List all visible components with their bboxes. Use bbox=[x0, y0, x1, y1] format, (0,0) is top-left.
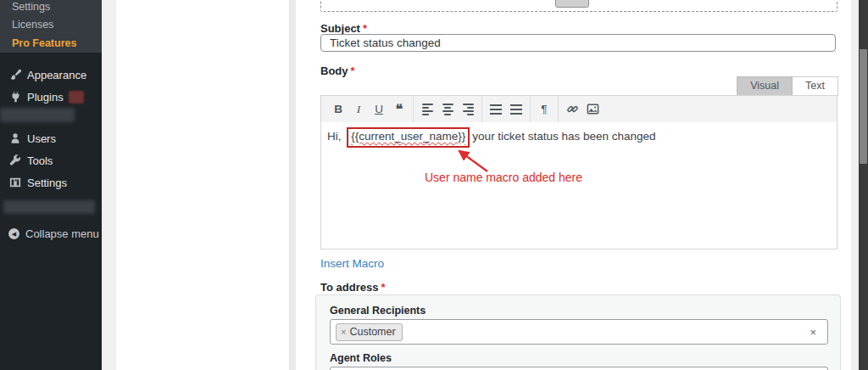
agent-roles-label: Agent Roles bbox=[330, 352, 392, 364]
email-template-form: Subject* Body* Visual Text B I U ❝ ¶ bbox=[296, 0, 851, 370]
general-recipients-select[interactable]: × Customer × bbox=[330, 319, 828, 345]
subject-label: Subject* bbox=[320, 22, 367, 35]
required-asterisk: * bbox=[381, 281, 385, 294]
collapse-menu-button[interactable]: ◀ Collapse menu bbox=[0, 226, 102, 241]
sidebar-item-label: Tools bbox=[27, 154, 53, 167]
required-asterisk: * bbox=[363, 22, 367, 35]
chip-label: Customer bbox=[349, 326, 395, 338]
underline-icon[interactable]: U bbox=[369, 99, 389, 120]
admin-background-strip bbox=[102, 0, 116, 370]
insert-macro-link[interactable]: Insert Macro bbox=[320, 257, 384, 270]
tab-text[interactable]: Text bbox=[793, 76, 838, 96]
numbered-list-icon[interactable] bbox=[506, 99, 526, 120]
sidebar-item-users[interactable]: Users bbox=[0, 131, 102, 146]
italic-icon[interactable]: I bbox=[348, 99, 369, 120]
required-asterisk: * bbox=[351, 64, 355, 77]
general-recipients-label: General Recipients bbox=[330, 305, 426, 317]
bullet-list-icon[interactable] bbox=[486, 99, 506, 120]
macro-token: {{current_user_name}} bbox=[351, 130, 465, 143]
users-icon bbox=[8, 132, 21, 145]
update-count-badge bbox=[69, 91, 84, 104]
plugin-icon bbox=[8, 91, 21, 104]
to-address-label: To address* bbox=[320, 281, 385, 294]
admin-sidebar: Settings Licenses Pro Features Appearanc… bbox=[0, 0, 102, 370]
sidebar-item-appearance[interactable]: Appearance bbox=[0, 67, 102, 82]
plugin-submenu: Settings Licenses Pro Features bbox=[0, 0, 102, 53]
sidebar-item-label: Settings bbox=[27, 177, 67, 189]
to-address-panel: General Recipients × Customer × Agent Ro… bbox=[315, 294, 841, 370]
agent-roles-select[interactable] bbox=[330, 367, 828, 370]
page-scrollbar[interactable] bbox=[859, 0, 868, 370]
annotation-label: User name macro added here bbox=[425, 171, 582, 184]
redacted-menu-item bbox=[0, 108, 75, 122]
image-icon[interactable] bbox=[582, 99, 603, 120]
sidebar-item-label: Plugins bbox=[27, 91, 64, 104]
wrench-icon bbox=[8, 154, 21, 167]
sidebar-item-label: Appearance bbox=[27, 69, 86, 81]
body-text-prefix: Hi, bbox=[327, 130, 344, 143]
editor-toolbar: B I U ❝ ¶ bbox=[320, 95, 837, 123]
collapse-arrow-icon: ◀ bbox=[8, 228, 19, 239]
sliders-icon bbox=[8, 177, 21, 189]
scrollbar-thumb[interactable] bbox=[860, 49, 867, 164]
align-right-icon[interactable] bbox=[458, 99, 478, 120]
settings-left-pane bbox=[116, 0, 289, 370]
chip-remove-icon[interactable]: × bbox=[341, 327, 346, 337]
tab-visual[interactable]: Visual bbox=[737, 76, 793, 96]
macro-highlight-box: {{current_user_name}} bbox=[347, 127, 470, 148]
sidebar-item-plugins[interactable]: Plugins bbox=[0, 89, 102, 104]
body-label: Body* bbox=[320, 64, 355, 77]
sidebar-item-tools[interactable]: Tools bbox=[0, 153, 102, 168]
sidebar-item-settings[interactable]: Settings bbox=[0, 175, 102, 190]
align-left-icon[interactable] bbox=[417, 99, 437, 120]
sidebar-item-pro-features[interactable]: Pro Features bbox=[12, 37, 76, 49]
blockquote-icon[interactable]: ❝ bbox=[389, 99, 409, 120]
dropzone-button[interactable] bbox=[555, 0, 589, 8]
subject-input[interactable] bbox=[320, 34, 836, 52]
clear-selection-icon[interactable]: × bbox=[810, 326, 816, 339]
collapse-menu-label: Collapse menu bbox=[25, 227, 99, 240]
editor-content[interactable]: Hi, {{current_user_name}}your ticket sta… bbox=[320, 122, 837, 249]
recipient-chip[interactable]: × Customer bbox=[336, 323, 403, 341]
admin-background-strip bbox=[851, 0, 859, 370]
sidebar-item-settings-sub[interactable]: Settings bbox=[12, 1, 50, 13]
brush-icon bbox=[8, 69, 21, 81]
redacted-menu-item bbox=[3, 200, 95, 214]
paragraph-icon[interactable]: ¶ bbox=[534, 99, 554, 120]
body-text-suffix: your ticket status has been changed bbox=[472, 130, 655, 143]
bold-icon[interactable]: B bbox=[328, 99, 348, 120]
editor-mode-tabs: Visual Text bbox=[737, 76, 838, 96]
sidebar-item-label: Users bbox=[27, 132, 56, 145]
align-center-icon[interactable] bbox=[437, 99, 458, 120]
sidebar-item-licenses[interactable]: Licenses bbox=[12, 19, 53, 31]
link-icon[interactable] bbox=[562, 99, 582, 120]
